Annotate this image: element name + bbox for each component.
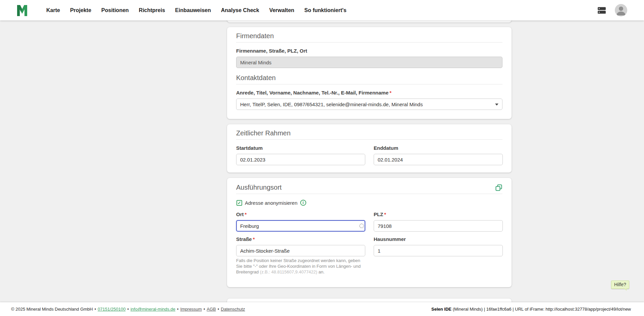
section-title-firmendaten: Firmendaten <box>236 32 274 40</box>
footer-phone-link[interactable]: 07151/250100 <box>98 307 125 312</box>
required-asterisk: * <box>245 211 247 217</box>
footer-debug-info: Selen IDE (Mineral Minds) | 16fae1ffc6a6… <box>431 307 631 312</box>
enddatum-input[interactable] <box>374 154 503 165</box>
company-field[interactable] <box>236 57 502 68</box>
footer-email-link[interactable]: info@mineral-minds.de <box>130 307 175 312</box>
section-title-kontaktdaten: Kontaktdaten <box>236 74 276 82</box>
geo-coordinates-example: (z.B.: 48.8115607,9.4077422) <box>260 269 317 274</box>
divider <box>236 194 502 194</box>
kontakt-field-label: Anrede, Titel, Vorname, Nachname, Tel.-N… <box>236 90 391 96</box>
startdatum-input[interactable] <box>236 154 365 165</box>
anonymize-row: ✓ Adresse anonymisieren i <box>236 200 306 206</box>
main-nav: Karte Projekte Positionen Richtpreis Ein… <box>46 0 346 20</box>
section-title-ausfuehrungsort: Ausführungsort <box>236 184 282 191</box>
hausnummer-label: Hausnummer <box>374 236 406 242</box>
kontakt-select-value: Herr, TitelP, Selen, IDE, 0987/654321, s… <box>240 102 423 107</box>
page-footer: © 2025 Mineral Minds Deutschland GmbH • … <box>0 302 644 316</box>
loading-spinner-icon <box>359 224 364 228</box>
info-icon[interactable]: i <box>300 200 306 206</box>
nav-item-positionen[interactable]: Positionen <box>101 7 129 13</box>
server-icon[interactable] <box>596 6 607 15</box>
section-title-zeitlicher-rahmen: Zeitlicher Rahmen <box>236 129 290 137</box>
anonymize-checkbox[interactable]: ✓ <box>236 200 242 206</box>
hausnummer-input[interactable] <box>374 245 503 256</box>
user-avatar[interactable] <box>615 4 627 16</box>
copyright-text: © 2025 Mineral Minds Deutschland GmbH <box>11 307 93 312</box>
enddatum-label: Enddatum <box>374 145 398 151</box>
nav-item-analyse-check[interactable]: Analyse Check <box>221 7 259 13</box>
nav-item-richtpreis[interactable]: Richtpreis <box>139 7 165 13</box>
divider <box>236 139 502 140</box>
nav-item-karte[interactable]: Karte <box>46 7 60 13</box>
divider <box>236 84 502 84</box>
strasse-helper-text: Falls die Position keiner Straße zugeord… <box>236 258 364 275</box>
strasse-label: Straße* <box>236 236 255 242</box>
top-navbar: Karte Projekte Positionen Richtpreis Ein… <box>0 0 644 20</box>
footer-datenschutz-link[interactable]: Datenschutz <box>221 307 245 312</box>
ide-name: Selen IDE <box>431 307 451 312</box>
iframe-url-text: (Mineral Minds) | 16fae1ffc6a6 | URL of … <box>451 307 631 312</box>
plz-input[interactable] <box>374 220 503 232</box>
help-button[interactable]: Hilfe? <box>611 280 629 289</box>
startdatum-label: Startdatum <box>236 145 263 151</box>
check-icon: ✓ <box>237 201 241 205</box>
footer-impressum-link[interactable]: Impressum <box>180 307 202 312</box>
company-field-label: Firmenname, Straße, PLZ, Ort <box>236 48 307 54</box>
ort-input[interactable] <box>236 220 365 232</box>
kontakt-select[interactable]: Herr, TitelP, Selen, IDE, 0987/654321, s… <box>236 99 502 110</box>
plz-label: PLZ* <box>374 211 386 217</box>
nav-item-projekte[interactable]: Projekte <box>70 7 91 13</box>
required-asterisk: * <box>384 211 386 217</box>
ort-label: Ort* <box>236 211 247 217</box>
card-zeitlicher-rahmen: Zeitlicher Rahmen Startdatum Enddatum <box>227 124 512 173</box>
footer-left: © 2025 Mineral Minds Deutschland GmbH • … <box>11 307 245 312</box>
card-firmendaten: Firmendaten Firmenname, Straße, PLZ, Ort… <box>227 27 512 119</box>
anonymize-label: Adresse anonymisieren <box>245 200 298 206</box>
divider <box>236 42 502 43</box>
nav-item-einbauweisen[interactable]: Einbauweisen <box>175 7 211 13</box>
app-logo[interactable] <box>15 3 29 17</box>
required-asterisk: * <box>253 236 255 242</box>
strasse-input[interactable] <box>236 245 365 256</box>
copy-icon[interactable] <box>495 184 502 191</box>
card-ausfuehrungsort: Ausführungsort ✓ Adresse anonymisieren i… <box>227 178 512 287</box>
nav-item-so-funktionierts[interactable]: So funktioniert's <box>304 7 346 13</box>
footer-agb-link[interactable]: AGB <box>207 307 216 312</box>
chevron-down-icon <box>495 104 498 106</box>
required-asterisk: * <box>389 90 391 96</box>
nav-item-verwalten[interactable]: Verwalten <box>269 7 294 13</box>
